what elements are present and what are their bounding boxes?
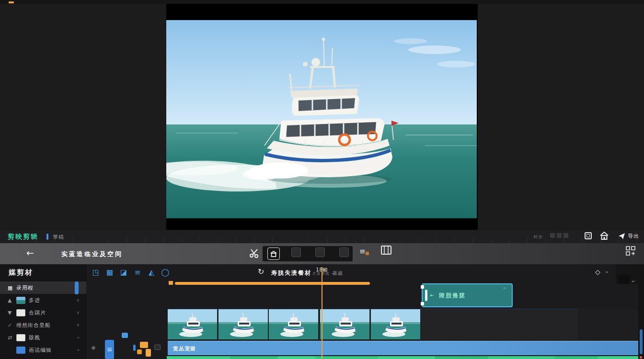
- video-frame-thumbnail[interactable]: [218, 309, 268, 339]
- sidebar-item-label: 画说编辑: [29, 347, 52, 354]
- scissors-icon[interactable]: [249, 248, 260, 260]
- sidebar-item[interactable]: ▦录用程: [0, 281, 86, 294]
- subtitle-segment[interactable]: [435, 356, 488, 359]
- sidebar-item[interactable]: 画说编辑»: [0, 344, 86, 356]
- film-tool-icon[interactable]: [381, 246, 391, 257]
- clip-trim-handle[interactable]: [425, 290, 427, 301]
- track-header-blue-chip[interactable]: [122, 333, 128, 338]
- back-button[interactable]: ←: [26, 247, 34, 258]
- toolbar-title: 实蓝造临业及空间: [61, 250, 123, 258]
- transfer-icon: ⇄: [8, 335, 16, 341]
- item-thumbnail: [16, 334, 25, 341]
- track-header-orange-block-3: [146, 349, 151, 357]
- subtitle-track[interactable]: [167, 356, 638, 359]
- sidebar-item-label: 录用程: [16, 284, 34, 292]
- item-thumbnail: [16, 347, 25, 354]
- boat-scene-image: [166, 20, 477, 218]
- timeline-corner-icon[interactable]: ⌐: [632, 279, 635, 284]
- track-header-blue-sliver: [133, 345, 136, 351]
- keyframe-mini-icon: ≡: [605, 270, 609, 274]
- sidebar-item[interactable]: ⇄跋戡»: [0, 331, 86, 344]
- subtitle-segment[interactable]: [278, 356, 315, 359]
- cursor-tool-icon[interactable]: ◭: [146, 268, 157, 278]
- clip-label: 陵股脩胧: [439, 292, 466, 300]
- track-header-gear-icon[interactable]: ◈: [91, 344, 96, 351]
- grid-tool-icon[interactable]: ▦: [104, 268, 115, 278]
- sidebar-item[interactable]: ▲多进∨: [0, 294, 86, 306]
- sidebar-item-label: 多进: [29, 297, 40, 304]
- chevron-icon: »: [77, 335, 80, 340]
- sidebar-title: 媒剪材: [9, 268, 33, 277]
- subtitle-segment[interactable]: [378, 356, 435, 359]
- disabled-tool-icon-1: [291, 247, 301, 257]
- subtitle-segment[interactable]: [555, 356, 598, 359]
- item-thumbnail: [16, 309, 25, 316]
- clip-handle-bottom[interactable]: [421, 302, 424, 305]
- disabled-tool-icon-3: [339, 247, 349, 257]
- subtitle-segment[interactable]: [598, 356, 644, 359]
- camera-tool-icon[interactable]: [267, 247, 280, 260]
- record-dot: [640, 356, 642, 359]
- effect-duration-bar[interactable]: [175, 282, 370, 285]
- video-frame-thumbnail[interactable]: [269, 309, 318, 339]
- sidebar-item[interactable]: ✓维然街合皇船∨: [0, 319, 86, 331]
- track-header-orange-block-1[interactable]: [140, 342, 148, 348]
- track-header-blue-bar[interactable]: ▤: [105, 340, 114, 359]
- video-track-extension: [578, 309, 638, 340]
- workspace-grid-icon[interactable]: [626, 246, 635, 258]
- audio-track[interactable]: 觉丛宠留: [168, 341, 638, 355]
- check-icon: ✓: [8, 322, 16, 328]
- subtitle-segment[interactable]: [167, 356, 230, 359]
- clip-corner-mark: [503, 287, 506, 289]
- split-tool-icon[interactable]: ◪: [118, 268, 129, 278]
- loop-tool-icon[interactable]: ◯: [160, 268, 171, 278]
- clip-handle-top[interactable]: [421, 285, 424, 289]
- video-editor-app: 剪映剪辑 草稿 时长 导出 ← 实蓝造临业及空间 ≡ 媒剪材 ▦录用程▲多进∨▼…: [0, 0, 644, 359]
- crop-tool-icon[interactable]: ◳: [90, 268, 102, 278]
- chevron-icon: ∨: [76, 310, 80, 315]
- sidebar-item-label: 跋戡: [29, 334, 40, 341]
- timeline-scroll-thumb[interactable]: [640, 329, 643, 354]
- timeline-tools-label: 寿脱失溃餐材: [271, 269, 311, 277]
- chevron-icon: ∨: [76, 323, 80, 327]
- track-header-dim-chip: [154, 345, 161, 350]
- video-frame-thumbnail[interactable]: [320, 309, 369, 339]
- item-thumbnail: [16, 297, 25, 304]
- subtitle-segment[interactable]: [488, 356, 555, 359]
- video-preview-frame[interactable]: [166, 20, 477, 218]
- track-header-orange-block-2: [137, 349, 142, 354]
- sidebar-item[interactable]: ▼合踢片∨: [0, 306, 86, 319]
- sidebar-item-label: 维然街合皇船: [16, 322, 51, 329]
- media-icon: ▲: [8, 297, 16, 303]
- refresh-icon[interactable]: ↻: [258, 267, 264, 276]
- playhead[interactable]: [322, 267, 322, 359]
- layout-accent: [366, 252, 369, 255]
- sidebar-item-label: 合踢片: [29, 309, 46, 316]
- video-frame-thumbnail[interactable]: [371, 309, 420, 339]
- layout-tool-icon[interactable]: ≡: [359, 247, 370, 257]
- clip-type-icon: ⇤: [430, 293, 434, 298]
- timeline-corner-block: [618, 275, 630, 284]
- tracks-tool-icon[interactable]: ≡: [132, 268, 143, 278]
- subtitle-segment[interactable]: [230, 356, 278, 359]
- keyframe-diamond-icon[interactable]: ◇: [595, 268, 600, 276]
- subtitle-segment[interactable]: [315, 356, 378, 359]
- library-icon: ▦: [8, 285, 16, 291]
- video-frame-thumbnail[interactable]: [168, 309, 217, 339]
- chevron-icon: ∨: [76, 298, 80, 303]
- audio-track-label: 觉丛宠留: [173, 345, 196, 352]
- marker-square[interactable]: [169, 281, 173, 285]
- chevron-icon: »: [77, 348, 80, 352]
- tick-strip: [0, 237, 644, 243]
- selected-effect-clip[interactable]: ⇤ 陵股脩胧: [422, 283, 513, 307]
- shield-icon: ▼: [8, 310, 16, 316]
- sidebar-scrollbar[interactable]: [75, 281, 79, 294]
- window-top-strip: [0, 0, 644, 4]
- sidebar-items: ▦录用程▲多进∨▼合踢片∨✓维然街合皇船∨⇄跋戡»画说编辑»: [0, 281, 86, 356]
- disabled-tool-icon-2: [315, 247, 325, 257]
- window-control-dash: [9, 1, 14, 3]
